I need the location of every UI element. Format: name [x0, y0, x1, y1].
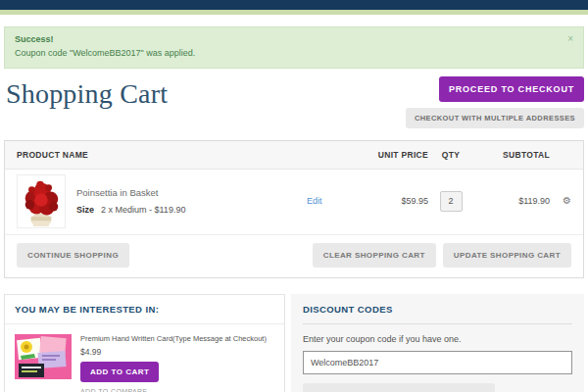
product-info: Poinsettia in Basket Size2 x Medium - $1… — [76, 187, 185, 215]
main-content: Success! Coupon code "WelcomeBB2017" was… — [0, 26, 588, 392]
continue-shopping-button[interactable]: CONTINUE SHOPPING — [17, 243, 129, 268]
cancel-coupon-button[interactable]: CANCEL COUPON — [395, 383, 495, 392]
top-navigation-bar — [0, 0, 588, 10]
gear-icon[interactable]: ⚙ — [550, 196, 571, 206]
page: Success! Coupon code "WelcomeBB2017" was… — [0, 0, 588, 392]
quantity-input[interactable] — [440, 191, 463, 212]
item-unit-price: $59.95 — [352, 196, 428, 206]
apply-coupon-button[interactable]: APPLY COUPON — [303, 383, 395, 392]
product-image-greeting-cards[interactable] — [15, 334, 72, 379]
cart-table-header: PRODUCT NAME UNIT PRICE QTY SUBTOTAL — [5, 141, 583, 170]
cart-table: PRODUCT NAME UNIT PRICE QTY SUBTOTAL — [4, 140, 584, 278]
add-to-cart-button[interactable]: ADD TO CART — [80, 362, 159, 382]
product-cell: Poinsettia in Basket Size2 x Medium - $1… — [17, 174, 307, 228]
discount-codes-panel: DISCOUNT CODES Enter your coupon code if… — [291, 294, 584, 392]
alert-message: Coupon code "WelcomeBB2017" was applied. — [15, 46, 573, 60]
close-icon[interactable]: × — [567, 31, 573, 47]
cross-sell-title: YOU MAY BE INTERESTED IN: — [5, 295, 284, 324]
checkout-actions: PROCEED TO CHECKOUT CHECKOUT WITH MULTIP… — [406, 76, 584, 128]
cart-item-row: Poinsettia in Basket Size2 x Medium - $1… — [5, 170, 583, 234]
bottom-panels: YOU MAY BE INTERESTED IN: — [4, 294, 584, 392]
product-image-poinsettia[interactable] — [17, 174, 66, 228]
update-shopping-cart-button[interactable]: UPDATE SHOPPING CART — [443, 243, 571, 268]
clear-shopping-cart-button[interactable]: CLEAR SHOPPING CART — [313, 243, 436, 268]
size-label: Size — [76, 205, 94, 215]
column-qty: QTY — [428, 150, 473, 160]
cart-actions-bar: CONTINUE SHOPPING CLEAR SHOPPING CART UP… — [5, 234, 583, 277]
cross-sell-item-name[interactable]: Premium Hand Written Card(Type Message a… — [80, 334, 267, 343]
discount-codes-title: DISCOUNT CODES — [303, 304, 572, 324]
alert-title: Success! — [15, 32, 573, 46]
header-accent-strip — [0, 10, 588, 15]
column-subtotal: SUBTOTAL — [473, 150, 550, 160]
proceed-to-checkout-button[interactable]: PROCEED TO CHECKOUT — [439, 76, 584, 102]
cross-sell-item-info: Premium Hand Written Card(Type Message a… — [80, 334, 267, 392]
coupon-buttons: APPLY COUPON CANCEL COUPON — [303, 383, 495, 392]
title-row: Shopping Cart PROCEED TO CHECKOUT CHECKO… — [4, 74, 584, 128]
add-to-compare-link[interactable]: ADD TO COMPARE — [80, 388, 267, 392]
cross-sell-item-card: Premium Hand Written Card(Type Message a… — [5, 324, 284, 392]
cross-sell-panel: YOU MAY BE INTERESTED IN: — [4, 294, 285, 392]
coupon-code-input[interactable] — [303, 351, 572, 374]
cross-sell-item-price: $4.99 — [80, 347, 267, 357]
column-product-name: PRODUCT NAME — [17, 150, 307, 160]
item-subtotal: $119.90 — [473, 196, 550, 206]
size-value: 2 x Medium - $119.90 — [101, 205, 185, 215]
column-unit-price: UNIT PRICE — [352, 150, 428, 160]
coupon-instruction: Enter your coupon code if you have one. — [303, 334, 572, 344]
product-name-link[interactable]: Poinsettia in Basket — [76, 187, 185, 198]
edit-item-link[interactable]: Edit — [307, 196, 322, 206]
page-title: Shopping Cart — [6, 78, 168, 128]
product-size: Size2 x Medium - $119.90 — [76, 205, 185, 215]
success-alert: Success! Coupon code "WelcomeBB2017" was… — [4, 26, 584, 69]
cart-actions-right: CLEAR SHOPPING CART UPDATE SHOPPING CART — [313, 243, 571, 268]
checkout-multiple-addresses-button[interactable]: CHECKOUT WITH MULTIPLE ADDRESSES — [406, 108, 584, 128]
